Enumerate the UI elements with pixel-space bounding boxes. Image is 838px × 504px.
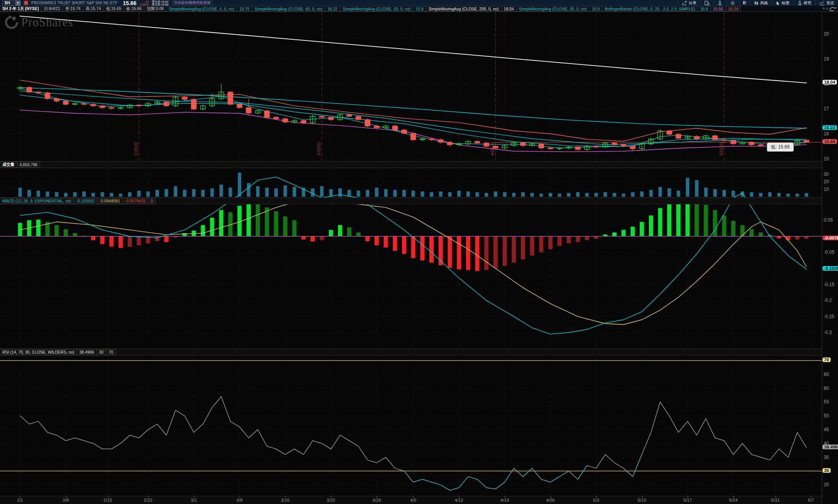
macd-histogram-bar xyxy=(548,236,552,249)
rsi-line xyxy=(633,455,642,477)
volume-bar xyxy=(146,191,150,197)
date-tick-label: 4/26 xyxy=(546,498,554,502)
macd-histogram-bar xyxy=(201,225,205,236)
volume-bar xyxy=(165,189,168,197)
volume-bar xyxy=(686,178,689,197)
draw-button[interactable]: 绘图 xyxy=(772,0,793,6)
volume-bar xyxy=(119,194,122,197)
candle-body xyxy=(301,121,306,123)
candle-body xyxy=(392,126,397,130)
macd-value: -0.0948091 xyxy=(97,198,123,204)
date-tick-label: 4/12 xyxy=(454,498,463,502)
macd-value: -0.0078425 xyxy=(122,198,148,204)
candle-body xyxy=(63,101,68,104)
volume-bar xyxy=(311,189,314,197)
macd-histogram-bar xyxy=(393,236,397,251)
analyze-button[interactable] xyxy=(713,0,726,6)
candle-body xyxy=(27,88,32,92)
volume-value: 4,650,796 xyxy=(17,162,41,168)
axis-settings-icon[interactable] xyxy=(829,6,837,11)
chevron-down-icon[interactable]: ▼ xyxy=(15,1,20,5)
axis-price-badge: -0.0078 xyxy=(823,236,838,240)
date-tick-mark xyxy=(108,496,108,498)
chart-area[interactable]: 2/19/213/19/214/16/215/21/21 xyxy=(0,0,838,504)
volume-bar xyxy=(494,191,497,197)
macd-histogram-bar xyxy=(713,210,717,236)
symbol-input[interactable]: SH ▼ xyxy=(2,0,21,6)
gear-icon xyxy=(730,1,735,5)
macd-histogram-bar xyxy=(210,218,214,236)
price-axis[interactable]: 2019181716153020100.05-0.05-0.15-0.2-0.2… xyxy=(822,12,838,504)
candle-body xyxy=(621,145,626,146)
symbol-toolbar: SH ▼ ! PROSHARES TRUST SHORT S&P 500 NE … xyxy=(0,0,838,6)
studies-button[interactable]: 研究 xyxy=(793,0,815,6)
rsi-values: 38.49693070 xyxy=(77,349,116,355)
candle-body xyxy=(137,105,142,106)
ohlc-cell: 范围:0.09 xyxy=(144,6,166,12)
candle-body xyxy=(758,145,763,145)
alert-flag-icon[interactable]: ! xyxy=(24,1,28,5)
study-label[interactable]: SimpleMovingAvg (CLOSE, 20, 0, no) xyxy=(340,6,413,12)
date-tick-mark xyxy=(551,496,551,498)
axis-tick-label: 19 xyxy=(824,56,829,62)
volume-bar xyxy=(320,186,324,197)
axis-price-badge: 70 xyxy=(823,357,831,362)
volume-bar xyxy=(293,187,296,197)
settings-button[interactable] xyxy=(726,0,739,6)
volume-bar xyxy=(46,191,49,197)
macd-histogram-bar xyxy=(301,236,306,239)
axis-tick-label: 55 xyxy=(824,399,829,405)
candle-body xyxy=(283,119,288,122)
last-price: 15.66 xyxy=(123,0,136,6)
volume-bar xyxy=(183,190,186,197)
chart-toolbar: 分享D风格绘图研究形态 xyxy=(677,0,838,6)
study-label[interactable]: SimpleMovingAvg (CLOSE, 200, 0, no) xyxy=(426,6,502,12)
candle-body xyxy=(100,106,105,108)
study-label[interactable]: BollingerBands (CLOSE, 0, 20, -2.0, 2.0,… xyxy=(602,6,698,12)
timeframe-button[interactable]: D xyxy=(739,0,750,6)
axis-tick-label: 16 xyxy=(824,131,829,137)
study-label[interactable]: SimpleMovingAvg (CLOSE, 5, 0, no) xyxy=(166,6,237,12)
pane-resize-icon[interactable] xyxy=(826,8,828,10)
style-button[interactable]: 风格 xyxy=(750,0,772,6)
study-value: 16.24 xyxy=(725,6,741,12)
candle-body xyxy=(36,92,41,93)
volume-study-label[interactable]: 成交量 xyxy=(0,162,17,168)
pane-resize-icon[interactable] xyxy=(822,8,824,10)
study-label[interactable]: SimpleMovingAvg (CLOSE, 30, 0, no) xyxy=(516,6,590,12)
macd-histogram-bar xyxy=(585,236,589,240)
volume-bar xyxy=(750,192,754,197)
volume-bar xyxy=(539,194,543,197)
share-button[interactable]: 分享 xyxy=(677,0,700,6)
study-label[interactable]: SimpleMovingAvg (CLOSE, 60, 0, no) xyxy=(252,6,325,12)
volume-bar xyxy=(110,193,113,197)
volume-bar xyxy=(174,186,177,197)
patterns-button[interactable]: 形态 xyxy=(815,0,838,6)
rsi-study-label[interactable]: RSI (14, 70, 30, CLOSE, WILDERS, no) xyxy=(0,349,77,355)
date-tick-mark xyxy=(20,496,20,498)
macd-histogram-bar xyxy=(612,233,617,236)
volume-bar xyxy=(466,191,470,197)
volume-bar xyxy=(19,188,22,197)
date-axis[interactable]: 2/12/82/152/223/13/83/153/223/294/54/124… xyxy=(0,496,822,504)
volume-bar xyxy=(247,183,250,197)
candle-body xyxy=(520,143,525,145)
change-percent: -0.89% xyxy=(140,3,149,6)
volume-bar xyxy=(256,186,260,197)
axis-tick-label: -0.05 xyxy=(824,249,834,255)
date-tick-mark xyxy=(331,496,331,498)
macd-histogram-bar xyxy=(676,204,681,236)
volume-bar xyxy=(384,189,388,197)
axis-price-badge: 18.04 xyxy=(823,80,837,84)
candle-body xyxy=(804,140,809,142)
volume-bar xyxy=(503,192,507,197)
report-button[interactable] xyxy=(700,0,713,6)
volume-bar xyxy=(585,193,589,197)
date-tick-mark xyxy=(413,496,414,498)
macd-study-label[interactable]: MACD (12, 26, 9, EXPONENTIAL, no) xyxy=(0,198,74,204)
candle-body xyxy=(328,117,333,120)
axis-tick-label: 30 xyxy=(824,172,829,177)
toolbar-button-label: 分享 xyxy=(689,0,696,6)
macd-histogram-bar xyxy=(420,236,424,260)
volume-bar xyxy=(796,194,799,197)
